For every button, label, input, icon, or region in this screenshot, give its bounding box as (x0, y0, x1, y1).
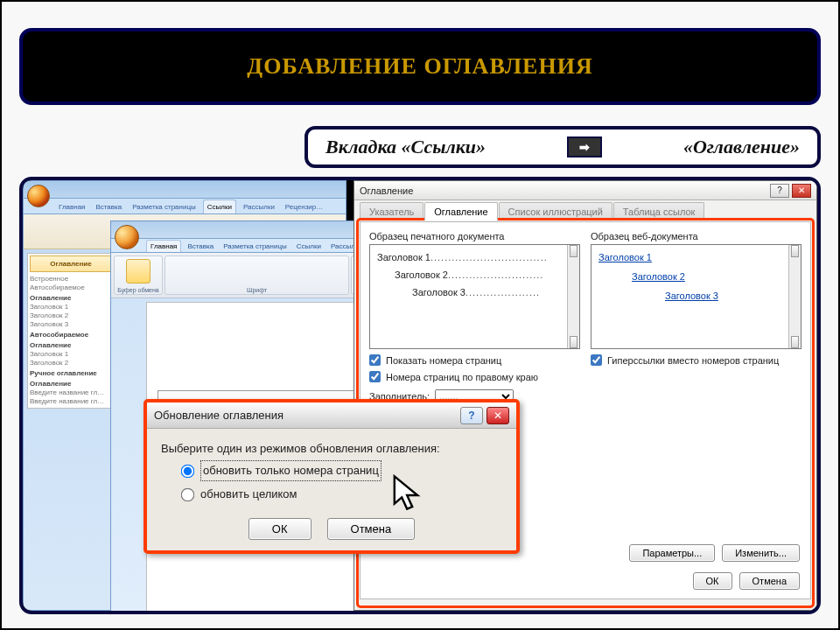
print-preview-caption: Образец печатного документа (369, 231, 580, 242)
web-link-3[interactable]: Заголовок 3 (630, 290, 794, 301)
ok-button[interactable]: ОК (248, 518, 312, 540)
toc-gallery-button[interactable]: Оглавление (30, 256, 112, 272)
arrow-right-icon (567, 136, 602, 158)
close-icon[interactable]: ✕ (792, 184, 811, 198)
opt-update-page-numbers[interactable]: обновить только номера страниц (161, 458, 502, 483)
paste-button-icon[interactable] (126, 259, 150, 284)
web-link-2[interactable]: Заголовок 2 (614, 271, 794, 282)
tab-home[interactable]: Главная (55, 200, 88, 214)
tab-references[interactable]: Ссылки (203, 200, 236, 214)
cancel-button[interactable]: Отмена (739, 572, 800, 590)
stage: Главная Вставка Разметка страницы Ссылки… (19, 177, 821, 614)
tab-insert[interactable]: Вставка (184, 241, 217, 252)
web-link-1[interactable]: Заголовок 1 (598, 252, 794, 262)
tab-figures[interactable]: Список иллюстраций (499, 202, 612, 220)
chk-hyperlinks[interactable]: Гиперссылки вместо номеров страниц (591, 354, 802, 366)
breadcrumb-right: «Оглавление» (683, 136, 800, 158)
web-preview-caption: Образец веб-документа (591, 231, 802, 242)
opt-update-entire[interactable]: обновить целиком (161, 483, 502, 506)
ribbon-group-font[interactable]: Шрифт (164, 256, 349, 295)
slide-title: ДОБАВЛЕНИЕ ОГЛАВЛЕНИЯ (247, 53, 592, 80)
chk-right-align[interactable]: Номера страниц по правому краю (369, 371, 580, 382)
scrollbar[interactable] (788, 245, 801, 348)
toc-gallery[interactable]: Оглавление Встроенное Автособираемое Огл… (27, 253, 115, 409)
tab-home[interactable]: Главная (146, 240, 181, 252)
slide-title-bar: ДОБАВЛЕНИЕ ОГЛАВЛЕНИЯ (19, 28, 821, 105)
toc-dialog-tabs[interactable]: Указатель Оглавление Список иллюстраций … (354, 200, 816, 220)
toc-dialog-title: Оглавление (360, 186, 413, 196)
breadcrumb-left: Вкладка «Ссылки» (326, 136, 486, 158)
web-preview-box: Заголовок 1 Заголовок 2 Заголовок 3 (591, 244, 802, 349)
help-icon[interactable]: ? (460, 407, 483, 424)
update-dialog-title: Обновление оглавления (154, 409, 284, 422)
quick-access-toolbar[interactable] (24, 181, 346, 199)
tab-layout[interactable]: Разметка страницы (220, 241, 290, 252)
tab-insert[interactable]: Вставка (92, 200, 125, 214)
office-orb-icon[interactable] (115, 225, 139, 249)
update-prompt: Выберите один из режимов обновления огла… (161, 439, 502, 458)
params-button[interactable]: Параметры... (629, 544, 715, 562)
tab-index[interactable]: Указатель (360, 202, 424, 220)
scrollbar[interactable] (567, 245, 579, 348)
close-icon[interactable]: ✕ (486, 407, 509, 424)
tab-mailings[interactable]: Рассылки (240, 200, 278, 214)
office-orb-icon[interactable] (27, 185, 50, 207)
ribbon-group-clipboard[interactable]: Буфер обмена (114, 256, 163, 295)
tab-authorities[interactable]: Таблица ссылок (613, 202, 705, 220)
tab-toc[interactable]: Оглавление (424, 202, 497, 220)
toc-dialog-titlebar[interactable]: Оглавление ? ✕ (354, 181, 816, 200)
tab-layout[interactable]: Разметка страницы (129, 200, 200, 214)
update-toc-dialog: Обновление оглавления ? ✕ Выберите один … (144, 399, 520, 554)
chk-show-page-numbers[interactable]: Показать номера страниц (369, 354, 580, 366)
ok-button[interactable]: ОК (693, 572, 732, 590)
ribbon-tabs-back[interactable]: Главная Вставка Разметка страницы Ссылки… (24, 199, 346, 214)
print-preview-box: Заголовок 1.............................… (369, 244, 580, 349)
breadcrumb: Вкладка «Ссылки» «Оглавление» (304, 126, 821, 168)
tab-review[interactable]: Рецензир… (282, 200, 326, 214)
edit-button[interactable]: Изменить... (722, 544, 800, 562)
update-dialog-titlebar[interactable]: Обновление оглавления ? ✕ (147, 402, 516, 429)
cancel-button[interactable]: Отмена (327, 518, 416, 540)
help-icon[interactable]: ? (770, 184, 789, 198)
tab-references[interactable]: Ссылки (293, 241, 325, 252)
